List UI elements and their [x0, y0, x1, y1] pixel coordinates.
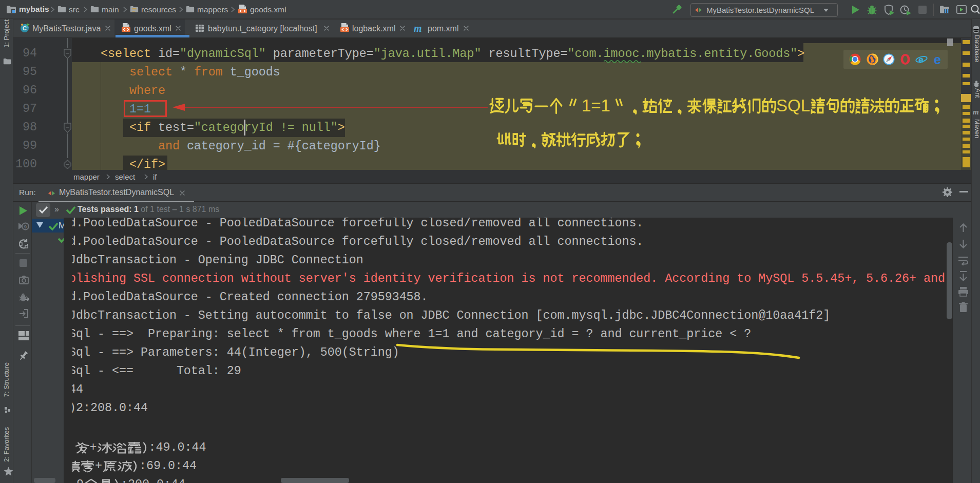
svg-text:e: e	[918, 53, 924, 65]
svg-text:9: 9	[24, 224, 27, 229]
svg-text:C: C	[23, 25, 27, 31]
svg-text:e: e	[934, 53, 941, 65]
